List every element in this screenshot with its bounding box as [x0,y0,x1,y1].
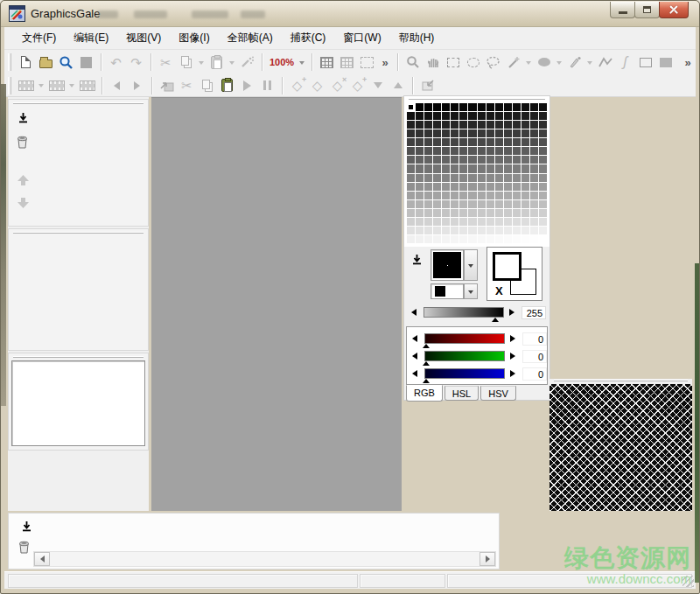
palette-cell[interactable] [504,192,512,199]
palette-cell[interactable] [522,138,529,146]
redo-button[interactable]: ↷ [126,52,146,73]
palette-cell[interactable] [433,200,441,208]
palette-cell[interactable] [486,192,494,199]
palette-cell[interactable] [433,121,441,129]
palette-cell[interactable] [468,209,476,217]
palette-cell[interactable] [459,235,467,243]
palette-cell[interactable] [459,200,467,208]
custom-grid-button[interactable] [357,52,377,73]
palette-cell[interactable] [513,164,521,172]
palette-cell[interactable] [451,209,458,217]
half-grid-toggle-button[interactable] [337,52,357,73]
copy-frame-button[interactable] [197,75,217,96]
palette-cell[interactable] [522,227,529,234]
palette-cell[interactable] [407,174,415,182]
palette-cell[interactable] [433,129,441,137]
undo-button[interactable]: ↶ [106,52,126,73]
palette-cell[interactable] [424,227,432,234]
palette-cell[interactable] [416,235,424,243]
palette-cell[interactable] [407,183,415,191]
add-layer-button[interactable]: ◇+ [287,75,307,96]
pen-dropdown[interactable] [584,52,595,73]
palette-cell[interactable] [468,235,476,243]
import-frame-button[interactable] [157,75,177,96]
palette-cell[interactable] [451,147,458,155]
palette-cell[interactable] [424,103,432,111]
palette-cell[interactable] [433,218,441,226]
frame-output-button[interactable] [14,108,32,126]
palette-cell[interactable] [539,183,547,191]
palette-cell[interactable] [459,129,467,137]
palette-cell[interactable] [513,192,521,199]
palette-cell[interactable] [522,103,529,111]
palette-cell[interactable] [513,103,521,111]
palette-cell[interactable] [504,103,512,111]
palette-cell[interactable] [433,103,441,111]
palette-cell[interactable] [478,209,486,217]
palette-cell[interactable] [442,192,450,199]
palette-cell[interactable] [433,112,441,120]
palette-cell[interactable] [486,147,494,155]
next-frame-button[interactable] [127,75,147,96]
palette-cell[interactable] [478,156,486,164]
palette-cell[interactable] [504,164,512,172]
palette-cell[interactable] [442,227,450,234]
add-frame-button[interactable] [16,75,36,96]
palette-cell[interactable] [468,156,476,164]
palette-cell[interactable] [522,156,529,164]
red-slider-track[interactable] [424,333,505,344]
palette-cell[interactable] [513,235,521,243]
palette-cell[interactable] [530,209,538,217]
palette-cell[interactable] [424,156,432,164]
minimize-button[interactable] [610,2,635,18]
palette-cell[interactable] [478,218,486,226]
palette-cell[interactable] [513,174,521,182]
panel-grip[interactable] [409,98,545,100]
palette-cell[interactable] [478,235,486,243]
palette-cell[interactable] [451,156,458,164]
palette-cell[interactable] [442,121,450,129]
palette-cell[interactable] [504,183,512,191]
palette-cell[interactable] [424,200,432,208]
rect-outline-tool-button[interactable] [635,52,655,73]
palette-cell[interactable] [486,227,494,234]
palette-cell[interactable] [416,227,424,234]
palette-cell[interactable] [424,138,432,146]
blue-slider-thumb[interactable] [423,379,430,383]
palette-cell[interactable] [513,121,521,129]
move-down-button[interactable] [368,75,388,96]
palette-cell[interactable] [513,112,521,120]
palette-cell[interactable] [495,183,503,191]
scroll-right-button[interactable] [480,552,495,566]
palette-cell[interactable] [416,112,424,120]
palette-cell[interactable] [433,147,441,155]
palette-cell[interactable] [495,218,503,226]
palette-cell[interactable] [504,156,512,164]
palette-cell[interactable] [459,209,467,217]
palette-cell[interactable] [530,138,538,146]
panel-grip[interactable] [13,232,144,234]
crosshatch-pattern-view[interactable] [550,384,692,511]
palette-cell[interactable] [522,200,529,208]
blue-slider-track[interactable] [424,368,505,379]
palette-cell[interactable] [539,164,547,172]
palette-cell[interactable] [433,235,441,243]
menu-edit[interactable]: 编辑(E) [65,27,117,49]
paste-dropdown[interactable] [227,52,237,73]
palette-cell[interactable] [495,138,503,146]
palette-cell[interactable] [407,103,415,111]
panel-grip[interactable] [13,356,144,358]
palette-cell[interactable] [416,121,424,129]
palette-cell[interactable] [495,156,503,164]
green-value[interactable]: 0 [522,350,547,363]
primary-color-swatch[interactable] [430,249,464,281]
palette-cell[interactable] [416,147,424,155]
palette-cell[interactable] [486,235,494,243]
palette-cell[interactable] [424,112,432,120]
palette-cell[interactable] [459,147,467,155]
palette-cell[interactable] [424,174,432,182]
palette-cell[interactable] [530,235,538,243]
prev-frame-button[interactable] [107,75,127,96]
palette-cell[interactable] [433,192,441,199]
palette-cell[interactable] [486,164,494,172]
